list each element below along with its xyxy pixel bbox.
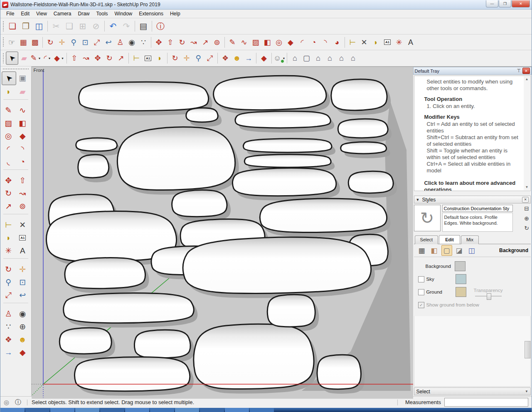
tab-select[interactable]: Select	[415, 235, 438, 244]
follow-me-button[interactable]: ↝	[16, 187, 30, 200]
stone[interactable]	[172, 190, 227, 217]
push-pull-button[interactable]: ⇧	[165, 36, 176, 49]
tape-measure-button[interactable]: ⊢	[131, 52, 142, 64]
move-button[interactable]: ✥	[92, 52, 103, 64]
3d-warehouse-button[interactable]: ❖	[2, 333, 15, 346]
menu-draw[interactable]: Draw	[75, 10, 93, 17]
geolocation-icon[interactable]: ◎	[4, 399, 9, 406]
three-point-arc-button[interactable]: ◟	[2, 155, 15, 168]
taskbar-button[interactable]	[150, 408, 174, 412]
zoom-extents-button[interactable]: ⤢	[204, 52, 216, 64]
stone[interactable]	[348, 171, 393, 193]
scale-button[interactable]: ↗	[2, 200, 15, 213]
stone[interactable]	[243, 139, 332, 152]
three-point-arc-button[interactable]: ◝	[320, 36, 331, 49]
taskbar-button[interactable]	[125, 408, 149, 412]
stone[interactable]	[338, 119, 388, 138]
move-button[interactable]: ✥	[153, 36, 165, 49]
view-iso-button[interactable]: ⌂	[289, 52, 300, 64]
model-viewport[interactable]: Front	[32, 66, 413, 396]
transparency-slider[interactable]	[475, 296, 502, 297]
background-settings-icon[interactable]: ▢	[441, 245, 452, 256]
rectangle-button[interactable]: ▨	[2, 117, 15, 130]
print-button[interactable]: ▤	[137, 20, 150, 32]
paint-bucket-button[interactable]: ◗	[2, 85, 15, 98]
eraser-button[interactable]: ▰	[16, 85, 30, 98]
zoom-window-button[interactable]: ⊡	[16, 276, 30, 289]
dropdown-arrow-icon[interactable]: ▼	[48, 57, 51, 60]
zoom-button[interactable]: ⚲	[2, 276, 15, 289]
walk-button[interactable]: ∵	[138, 36, 149, 49]
axes-button[interactable]: ✳	[393, 36, 405, 49]
text-button[interactable]: A1	[382, 36, 393, 49]
tray-close-button[interactable]: ✕	[522, 68, 530, 74]
windows-taskbar[interactable]	[0, 408, 532, 412]
styles-panel-header[interactable]: ▼ Styles ✕	[414, 196, 531, 204]
new-button[interactable]: ❏	[6, 20, 19, 32]
previous-view-button[interactable]: ↩	[103, 36, 114, 49]
tape-measure-button[interactable]: ⊢	[347, 36, 358, 49]
open-button[interactable]: ❐	[19, 20, 32, 32]
stone[interactable]	[79, 82, 208, 111]
menu-view[interactable]: View	[33, 10, 50, 17]
extension-manager-button[interactable]: ◆	[258, 52, 270, 64]
push-pull-button[interactable]: ⇧	[16, 174, 30, 187]
zoom-button[interactable]: ⚲	[192, 52, 204, 64]
zoom-button[interactable]: ⚲	[68, 36, 79, 49]
dropdown-arrow-icon[interactable]: ▼	[38, 57, 41, 60]
menu-help[interactable]: Help	[167, 10, 184, 17]
rotate-button[interactable]: ↻	[176, 36, 188, 49]
position-camera-button[interactable]: ♙	[2, 307, 15, 320]
view-top-button[interactable]: ▢	[300, 52, 312, 64]
update-style-icon[interactable]: ↻	[524, 225, 529, 231]
rectangle-button[interactable]: ▨	[250, 36, 261, 49]
view-back-button[interactable]: ⌂	[335, 52, 347, 64]
stone[interactable]	[76, 138, 117, 151]
offset-button[interactable]: ⊚	[16, 200, 30, 213]
stone[interactable]	[117, 127, 235, 190]
restore-button[interactable]: ❐	[499, 0, 511, 7]
menu-edit[interactable]: Edit	[17, 10, 33, 17]
taskbar-button[interactable]	[0, 408, 25, 412]
taskbar-button[interactable]	[100, 408, 124, 412]
stone[interactable]	[260, 199, 387, 233]
follow-me-button[interactable]: ↝	[188, 36, 200, 49]
generate-report-button[interactable]: ▦	[17, 36, 29, 49]
extension-warehouse-button[interactable]: ☻	[16, 333, 30, 346]
scale-button[interactable]: ↗	[115, 52, 127, 64]
measurements-input[interactable]	[444, 398, 528, 407]
stone[interactable]	[74, 357, 190, 391]
menu-window[interactable]: Window	[111, 10, 136, 17]
taskbar-button[interactable]	[75, 408, 99, 412]
help-icon[interactable]: ⓘ	[15, 398, 21, 406]
shapes-menu-button[interactable]: ◆▼	[53, 52, 65, 64]
stone[interactable]	[235, 111, 330, 128]
sky-swatch[interactable]	[456, 274, 466, 284]
extension-manager-button[interactable]: ◆	[16, 346, 30, 359]
stone[interactable]	[232, 168, 336, 196]
zoom-extents-button[interactable]: ⤢	[91, 36, 103, 49]
polygon-button[interactable]: ◆	[285, 36, 296, 49]
scroll-up-icon[interactable]: ▲	[525, 77, 529, 81]
stone[interactable]	[183, 237, 371, 294]
toolbar-drag-handle[interactable]	[2, 37, 5, 48]
redo-button[interactable]: ↷	[120, 20, 133, 32]
stone[interactable]	[186, 108, 218, 122]
advanced-operations-link[interactable]: Click to learn about more advanced opera…	[424, 180, 521, 191]
menu-extensions[interactable]: Extensions	[135, 10, 167, 17]
3d-text-button[interactable]: A	[16, 244, 30, 257]
polygon-button[interactable]: ◆	[16, 130, 30, 142]
pie-button[interactable]: ◔	[16, 155, 30, 168]
stone[interactable]	[331, 79, 387, 110]
show-ground-checkbox[interactable]: ✓	[418, 302, 424, 308]
taskbar-button[interactable]	[200, 408, 224, 412]
select-collapsed-panel[interactable]: Select ▼	[414, 387, 531, 395]
tape-measure-button[interactable]: ⊢	[2, 218, 15, 231]
paste-button[interactable]: ⊞	[76, 20, 89, 32]
make-component-button[interactable]: ▣	[16, 71, 30, 84]
taskbar-button[interactable]	[50, 408, 74, 412]
expand-arrow-icon[interactable]: ▼	[525, 390, 528, 393]
style-thumbnail[interactable]: ↻	[414, 205, 441, 231]
ground-swatch[interactable]	[456, 287, 466, 297]
view-front-button[interactable]: ⌂	[312, 52, 324, 64]
